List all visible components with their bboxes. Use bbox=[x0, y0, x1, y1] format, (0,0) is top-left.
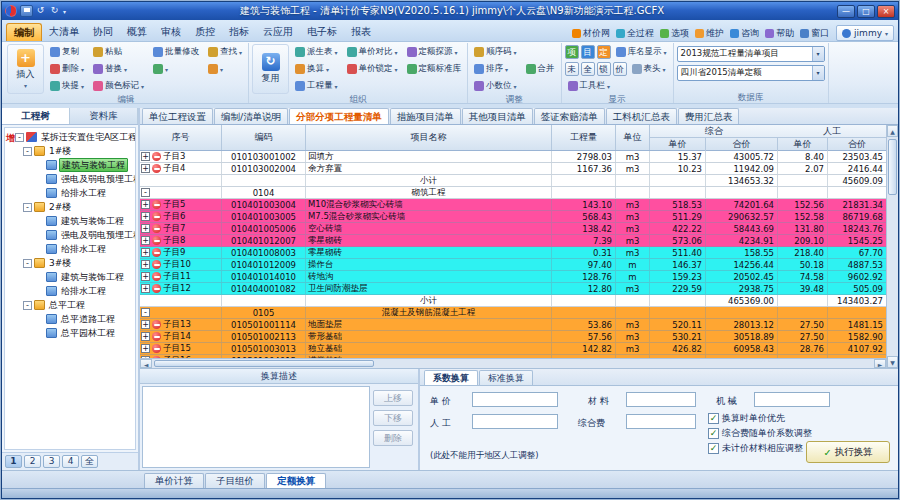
tree-item[interactable]: 给排水工程 bbox=[5, 242, 135, 256]
pager-button[interactable]: 全 bbox=[81, 455, 98, 468]
table-row[interactable]: + 子目12 010404001082 卫生间防潮垫层 12.80 m3 229… bbox=[140, 283, 886, 295]
tree-item[interactable]: 建筑与装饰工程 bbox=[5, 270, 135, 284]
quota-spec-dropdown[interactable]: 四川省2015清单定额 ▾ bbox=[677, 65, 825, 81]
table-row[interactable]: + 子目15 010501003013 独立基础 142.82 m3 426.8… bbox=[140, 343, 886, 355]
ribbon-tab-cloud[interactable]: 云应用 bbox=[256, 23, 300, 41]
block-extract-button[interactable]: 块提▾ bbox=[47, 78, 87, 94]
table-row[interactable]: + 子目13 010501001114 地面垫层 53.86 m3 520.11… bbox=[140, 319, 886, 331]
table-row[interactable]: + 子目10 010401012009 操作台 97.40 m 146.37 1… bbox=[140, 259, 886, 271]
ribbon-tab-quality[interactable]: 质控 bbox=[188, 23, 222, 41]
document-tab[interactable]: 措施项目清单 bbox=[390, 108, 461, 124]
maximize-button[interactable]: □ bbox=[857, 5, 875, 18]
table-row[interactable]: + 子目6 010401003005 M7.5混合砂浆砌实心砖墙 568.43 … bbox=[140, 211, 886, 223]
window-menu-button[interactable]: 窗口 bbox=[797, 25, 832, 41]
price-compare-button[interactable]: 单价对比▾ bbox=[344, 44, 401, 60]
ribbon-tab-index[interactable]: 指标 bbox=[222, 23, 256, 41]
paste-button[interactable]: 粘贴 bbox=[90, 44, 147, 60]
scroll-thumb[interactable] bbox=[154, 360, 374, 367]
color-mark-button[interactable]: 颜色标记▾ bbox=[90, 78, 147, 94]
toggle-subitem-button[interactable]: 目 bbox=[581, 45, 595, 59]
tree-item[interactable]: - 总平工程 bbox=[5, 298, 135, 312]
close-button[interactable]: × bbox=[877, 5, 895, 18]
row-expand-icon[interactable]: + bbox=[141, 200, 150, 209]
options-button[interactable]: 选项 bbox=[657, 25, 692, 41]
scroll-thumb[interactable] bbox=[888, 139, 897, 195]
ribbon-tab-compile[interactable]: 编制 bbox=[6, 23, 42, 41]
table-row[interactable]: + 子目14 010501002113 带形基础 57.56 m3 530.21… bbox=[140, 331, 886, 343]
row-expand-icon[interactable]: + bbox=[141, 236, 150, 245]
row-expand-icon[interactable]: + bbox=[141, 320, 150, 329]
conversion-checkbox[interactable]: ✓ 未计价材料相应调整 bbox=[708, 442, 803, 455]
tree-item[interactable]: 总平园林工程 bbox=[5, 326, 135, 340]
ribbon-tab-audit[interactable]: 审核 bbox=[154, 23, 188, 41]
tree-item[interactable]: 总平道路工程 bbox=[5, 312, 135, 326]
tree-expand-icon[interactable]: - bbox=[23, 259, 32, 268]
table-row[interactable]: + 子目9 010401008003 零星砌砖 0.31 m3 511.40 1… bbox=[140, 247, 886, 259]
vertical-scrollbar[interactable]: ▲ ▼ bbox=[886, 125, 898, 368]
table-row[interactable]: + 子目4 010103002004 余方弃置 1167.36 m3 10.23… bbox=[140, 163, 886, 175]
document-tab[interactable]: 编制/清单说明 bbox=[214, 108, 288, 124]
checkbox-icon[interactable]: ✓ bbox=[708, 413, 719, 424]
ribbon-tab-report[interactable]: 报表 bbox=[344, 23, 378, 41]
tree-item[interactable]: 强电及弱电预埋工程 bbox=[5, 172, 135, 186]
material-input[interactable] bbox=[626, 392, 696, 407]
quantity-button[interactable]: 工程量▾ bbox=[292, 78, 341, 94]
conversion-checkbox[interactable]: ✓ 换算时单价优先 bbox=[708, 412, 785, 425]
document-tab[interactable]: 其他项目清单 bbox=[462, 108, 533, 124]
consult-button[interactable]: 咨询 bbox=[727, 25, 762, 41]
tree-item[interactable]: - 某拆迁安置住宅A区工程 bbox=[5, 130, 135, 144]
table-row[interactable]: 小计 465369.00 143403.27 bbox=[140, 295, 886, 307]
tree-expand-icon[interactable]: - bbox=[23, 147, 32, 156]
tree-item[interactable]: - 3#楼 bbox=[5, 256, 135, 270]
pager-button[interactable]: 3 bbox=[43, 455, 60, 468]
row-expand-icon[interactable]: + bbox=[141, 272, 150, 281]
table-row[interactable]: + 子目8 010401012007 零星砌砖 7.39 m3 573.06 4… bbox=[140, 235, 886, 247]
desc-action-button[interactable]: 下移 bbox=[373, 410, 413, 426]
toggle-price-button[interactable]: 价 bbox=[613, 62, 627, 76]
ribbon-tab-estimate[interactable]: 概算 bbox=[120, 23, 154, 41]
row-expand-icon[interactable]: + bbox=[141, 248, 150, 257]
tree-item[interactable]: 建筑与装饰工程 bbox=[5, 158, 135, 172]
conversion-desc-list[interactable] bbox=[142, 386, 370, 468]
tree-item[interactable]: - 2#楼 bbox=[5, 200, 135, 214]
quota-library-button[interactable]: 定额标准库 bbox=[404, 61, 465, 77]
delete-button[interactable]: 删除▾ bbox=[47, 61, 87, 77]
pager-button[interactable]: 4 bbox=[62, 455, 79, 468]
table-header-button[interactable]: 表头▾ bbox=[629, 61, 669, 77]
insert-button[interactable]: 插入 ▾ bbox=[7, 44, 44, 94]
machine-input[interactable] bbox=[754, 392, 830, 407]
document-tab[interactable]: 分部分项工程量清单 bbox=[289, 108, 389, 124]
scroll-left-icon[interactable]: ◄ bbox=[140, 359, 152, 368]
conversion-checkbox[interactable]: ✓ 综合费随单价系数调整 bbox=[708, 427, 812, 440]
titlebar[interactable]: ↺ ↻ ▾ 建筑与装饰工程 - 清单计价专家N9(V2020.5.16.1) j… bbox=[2, 2, 898, 20]
unit-price-input[interactable] bbox=[472, 392, 558, 407]
scroll-right-icon[interactable]: ► bbox=[874, 359, 886, 368]
labor-input[interactable] bbox=[472, 414, 558, 429]
tree-expand-icon[interactable]: - bbox=[15, 133, 24, 142]
conversion-tab[interactable]: 标准换算 bbox=[479, 370, 533, 385]
reuse-button[interactable]: 复用 bbox=[252, 44, 289, 94]
ribbon-tab-big-list[interactable]: 大清单 bbox=[42, 23, 86, 41]
bottom-tab[interactable]: 子目组价 bbox=[205, 473, 265, 488]
row-expand-icon[interactable]: - bbox=[141, 308, 150, 317]
sort-button[interactable]: 排序▾ bbox=[471, 61, 520, 77]
row-expand-icon[interactable]: - bbox=[141, 188, 150, 197]
toolbar-button[interactable]: 工具栏▾ bbox=[565, 78, 614, 94]
toggle-quota-button[interactable]: 定 bbox=[597, 45, 611, 59]
pager-button[interactable]: 1 bbox=[5, 455, 22, 468]
copy-button[interactable]: 复制 bbox=[47, 44, 87, 60]
row-expand-icon[interactable]: + bbox=[141, 212, 150, 221]
checkbox-icon[interactable]: ✓ bbox=[708, 428, 719, 439]
lib-name-display-button[interactable]: 库名显示▾ bbox=[613, 44, 670, 60]
bottom-tab[interactable]: 单价计算 bbox=[144, 473, 204, 488]
overhead-input[interactable] bbox=[626, 414, 696, 429]
left-panel-tab[interactable]: 资料库 bbox=[70, 108, 138, 124]
batch-edit-button[interactable]: 批量修改 bbox=[150, 44, 202, 60]
table-row[interactable]: - 0104 砌筑工程 bbox=[140, 187, 886, 199]
left-panel-tab[interactable]: 工程树 bbox=[2, 108, 70, 124]
price-net-button[interactable]: 材价网 bbox=[569, 25, 613, 41]
table-row[interactable]: - 0105 混凝土及钢筋混凝土工程 bbox=[140, 307, 886, 319]
toggle-unpriced-button[interactable]: 未 bbox=[565, 62, 579, 76]
list-spec-dropdown[interactable]: 2013规范工程量清单项目 ▾ bbox=[677, 46, 825, 62]
tree-expand-icon[interactable]: - bbox=[23, 301, 32, 310]
